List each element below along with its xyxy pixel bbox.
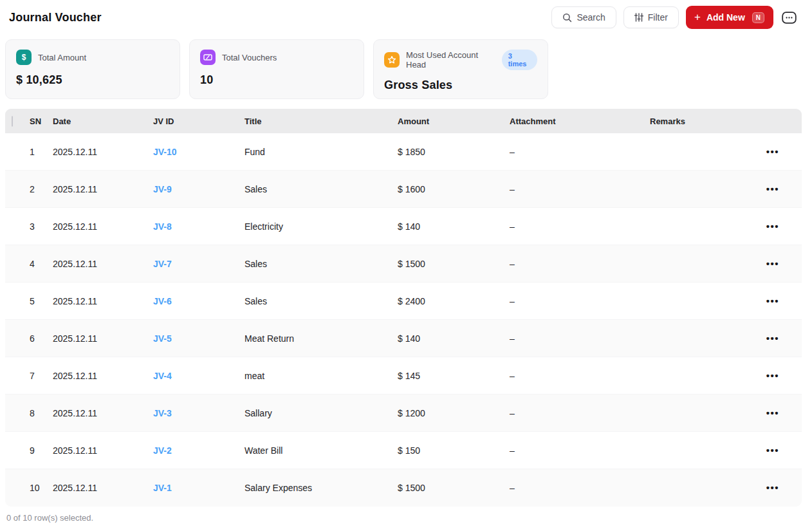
row-actions-button[interactable]: ••• — [764, 332, 782, 345]
table-row[interactable]: 7 2025.12.11 JV-4 meat $ 145 – ••• — [5, 357, 802, 395]
row-amount: $ 140 — [398, 221, 510, 232]
row-title: Sallary — [245, 408, 398, 418]
row-title: meat — [245, 371, 398, 381]
row-actions-button[interactable]: ••• — [764, 407, 782, 420]
row-actions-button[interactable]: ••• — [764, 183, 782, 196]
voucher-icon — [200, 50, 216, 65]
table-row[interactable]: 9 2025.12.11 JV-2 Water Bill $ 150 – ••• — [5, 432, 802, 469]
page-title: Journal Voucher — [9, 11, 102, 24]
row-attachment: – — [510, 371, 650, 381]
row-actions-button[interactable]: ••• — [764, 220, 782, 233]
jv-id-link[interactable]: JV-5 — [153, 333, 172, 344]
row-date: 2025.12.11 — [53, 296, 153, 306]
table-row[interactable]: 2 2025.12.11 JV-9 Sales $ 1600 – ••• — [5, 171, 802, 208]
row-date: 2025.12.11 — [53, 184, 153, 194]
stat-card-most-used-account-head: Most Used Account Head 3 times Gross Sal… — [373, 39, 548, 99]
row-attachment: – — [510, 259, 650, 269]
row-sn: 2 — [30, 184, 53, 194]
table-row[interactable]: 10 2025.12.11 JV-1 Salary Expenses $ 150… — [5, 469, 802, 507]
row-attachment: – — [510, 296, 650, 306]
row-actions-button[interactable]: ••• — [764, 369, 782, 382]
stat-value: 10 — [200, 73, 353, 87]
top-bar-actions: Search Filter + Add New N — [551, 6, 798, 29]
row-title: Meat Return — [245, 333, 398, 344]
row-title: Electricity — [245, 221, 398, 232]
row-actions-button[interactable]: ••• — [764, 444, 782, 457]
row-attachment: – — [510, 483, 650, 493]
row-actions-button[interactable]: ••• — [764, 145, 782, 158]
search-button-label: Search — [577, 12, 605, 23]
ellipsis-icon: ••• — [766, 146, 779, 157]
add-new-button-label: Add New — [706, 12, 745, 23]
table-row[interactable]: 8 2025.12.11 JV-3 Sallary $ 1200 – ••• — [5, 395, 802, 432]
row-actions-button[interactable]: ••• — [764, 481, 782, 494]
row-actions-button[interactable]: ••• — [764, 257, 782, 270]
ellipsis-icon: ••• — [766, 183, 779, 194]
jv-id-link[interactable]: JV-9 — [153, 184, 172, 194]
jv-id-link[interactable]: JV-3 — [153, 408, 172, 418]
row-sn: 6 — [30, 333, 53, 344]
jv-id-link[interactable]: JV-8 — [153, 221, 172, 232]
filter-button-label: Filter — [648, 12, 668, 23]
row-sn: 1 — [30, 147, 53, 157]
row-amount: $ 150 — [398, 445, 510, 456]
jv-id-link[interactable]: JV-2 — [153, 445, 172, 456]
row-sn: 3 — [30, 221, 53, 232]
stats-row: $ Total Amount $ 10,625 Total Vouchers 1… — [0, 35, 812, 99]
row-amount: $ 2400 — [398, 296, 510, 306]
row-attachment: – — [510, 408, 650, 418]
stat-label: Most Used Account Head — [406, 50, 494, 70]
row-attachment: – — [510, 147, 650, 157]
ellipsis-icon: ••• — [766, 258, 779, 269]
row-amount: $ 140 — [398, 333, 510, 344]
row-sn: 8 — [30, 408, 53, 418]
row-attachment: – — [510, 221, 650, 232]
vouchers-table: SN Date JV ID Title Amount Attachment Re… — [5, 109, 802, 507]
column-header-title: Title — [245, 116, 398, 126]
select-all-checkbox[interactable] — [12, 116, 13, 127]
table-row[interactable]: 5 2025.12.11 JV-6 Sales $ 2400 – ••• — [5, 283, 802, 320]
ellipsis-icon: ••• — [766, 482, 779, 493]
more-options-icon — [782, 12, 797, 24]
row-date: 2025.12.11 — [53, 259, 153, 269]
jv-id-link[interactable]: JV-1 — [153, 483, 172, 493]
table-row[interactable]: 1 2025.12.11 JV-10 Fund $ 1850 – ••• — [5, 133, 802, 171]
more-options-button[interactable] — [780, 10, 798, 25]
usage-count-badge: 3 times — [502, 50, 537, 70]
select-all-cell — [12, 116, 30, 126]
filter-button[interactable]: Filter — [623, 6, 679, 28]
table-row[interactable]: 6 2025.12.11 JV-5 Meat Return $ 140 – ••… — [5, 320, 802, 357]
jv-id-link[interactable]: JV-7 — [153, 259, 172, 269]
row-date: 2025.12.11 — [53, 408, 153, 418]
add-new-button[interactable]: + Add New N — [686, 6, 773, 29]
row-title: Sales — [245, 259, 398, 269]
table-header-row: SN Date JV ID Title Amount Attachment Re… — [5, 109, 802, 133]
ellipsis-icon: ••• — [766, 333, 779, 344]
table-row[interactable]: 3 2025.12.11 JV-8 Electricity $ 140 – ••… — [5, 208, 802, 245]
ellipsis-icon: ••• — [766, 295, 779, 306]
ellipsis-icon: ••• — [766, 370, 779, 381]
column-header-date: Date — [53, 116, 153, 126]
column-header-amount: Amount — [398, 116, 510, 126]
table-row[interactable]: 4 2025.12.11 JV-7 Sales $ 1500 – ••• — [5, 245, 802, 283]
jv-id-link[interactable]: JV-6 — [153, 296, 172, 306]
jv-id-link[interactable]: JV-10 — [153, 147, 177, 157]
row-amount: $ 1200 — [398, 408, 510, 418]
row-actions-button[interactable]: ••• — [764, 295, 782, 308]
column-header-remarks: Remarks — [650, 116, 763, 126]
search-button[interactable]: Search — [551, 6, 616, 28]
row-sn: 9 — [30, 445, 53, 456]
jv-id-link[interactable]: JV-4 — [153, 371, 172, 381]
row-date: 2025.12.11 — [53, 333, 153, 344]
filter-sliders-icon — [634, 13, 643, 22]
row-sn: 10 — [30, 483, 53, 493]
plus-icon: + — [694, 12, 701, 23]
ellipsis-icon: ••• — [766, 445, 779, 456]
dollar-icon: $ — [16, 50, 32, 65]
row-sn: 7 — [30, 371, 53, 381]
ellipsis-icon: ••• — [766, 221, 779, 232]
table-body: 1 2025.12.11 JV-10 Fund $ 1850 – ••• 2 2… — [5, 133, 802, 507]
shortcut-key-badge: N — [752, 12, 764, 23]
row-title: Sales — [245, 296, 398, 306]
column-header-sn: SN — [30, 116, 53, 126]
